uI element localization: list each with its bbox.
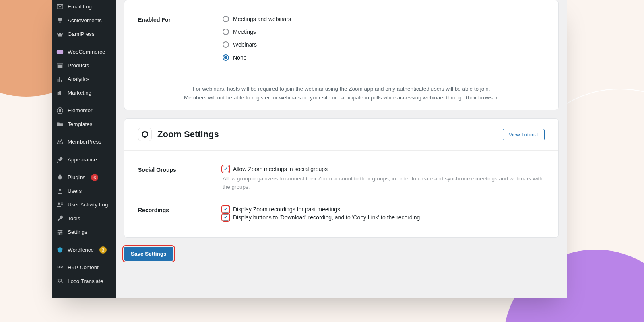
plug-icon xyxy=(56,174,64,181)
h5p-icon: H·P xyxy=(56,264,64,271)
elementor-icon xyxy=(56,107,64,114)
svg-point-1 xyxy=(57,108,63,114)
sidebar-item-plugins[interactable]: Plugins 6 xyxy=(52,171,116,184)
translate-icon xyxy=(56,278,64,285)
radio-meetings[interactable]: Meetings xyxy=(223,29,545,35)
zoom-settings-title: Zoom Settings xyxy=(157,129,219,140)
webinar-note: For webinars, hosts will be required to … xyxy=(124,76,558,110)
sidebar-item-h5p[interactable]: H·P H5P Content xyxy=(52,261,116,275)
sidebar-label: Analytics xyxy=(68,76,89,83)
sidebar-label: Marketing xyxy=(68,89,91,97)
enabled-for-label: Enabled For xyxy=(138,16,211,23)
radio-webinars[interactable]: Webinars xyxy=(223,41,545,48)
folder-icon xyxy=(56,121,64,128)
enabled-for-card: Enabled For Meetings and webinars Meetin… xyxy=(124,0,559,110)
svg-rect-0 xyxy=(57,50,63,54)
sidebar-label: MemberPress xyxy=(68,138,101,146)
sidebar-label: WooCommerce xyxy=(68,48,105,56)
svg-point-4 xyxy=(58,230,60,231)
radio-none[interactable]: None xyxy=(223,54,545,61)
app-window: Email Log Achievements GamiPress WooComm… xyxy=(52,0,567,298)
sidebar-item-templates[interactable]: Templates xyxy=(52,118,116,131)
megaphone-icon xyxy=(56,89,64,97)
sidebar-label: Email Log xyxy=(68,3,92,10)
brush-icon xyxy=(56,156,64,163)
log-icon xyxy=(56,201,64,208)
crown-icon xyxy=(56,31,64,38)
save-settings-button[interactable]: Save Settings xyxy=(124,247,173,261)
sidebar-item-gamipress[interactable]: GamiPress xyxy=(52,27,116,41)
social-groups-description: Allow group organizers to connect their … xyxy=(223,175,545,192)
trophy-icon xyxy=(56,17,64,24)
sidebar-label: GamiPress xyxy=(68,31,95,38)
sidebar-item-settings[interactable]: Settings xyxy=(52,225,116,239)
bar-chart-icon xyxy=(56,76,64,83)
memberpress-icon xyxy=(56,138,64,146)
sidebar-item-achievements[interactable]: Achievements xyxy=(52,14,116,27)
svg-point-3 xyxy=(58,203,60,205)
buddyboss-logo-icon xyxy=(138,128,152,141)
admin-sidebar: Email Log Achievements GamiPress WooComm… xyxy=(52,0,116,298)
sidebar-label: Elementor xyxy=(68,107,93,114)
sidebar-item-marketing[interactable]: Marketing xyxy=(52,86,116,100)
sidebar-label: Templates xyxy=(68,121,93,128)
sidebar-item-products[interactable]: Products xyxy=(52,59,116,72)
wordfence-badge: 3 xyxy=(99,246,107,254)
svg-point-2 xyxy=(59,189,61,191)
checkbox-allow-zoom-social-groups[interactable] xyxy=(223,166,229,172)
checkbox-label: Display buttons to 'Download' recording,… xyxy=(233,214,420,221)
content-area: Enabled For Meetings and webinars Meetin… xyxy=(116,0,567,298)
social-groups-label: Social Groups xyxy=(138,166,211,173)
shield-icon xyxy=(56,246,64,254)
sidebar-item-tools[interactable]: Tools xyxy=(52,212,116,225)
checkbox-display-recordings[interactable] xyxy=(223,206,229,213)
sidebar-item-woocommerce[interactable]: WooCommerce xyxy=(52,45,116,59)
sidebar-item-email-log[interactable]: Email Log xyxy=(52,0,116,14)
sidebar-label: Loco Translate xyxy=(68,278,103,285)
sidebar-item-memberpress[interactable]: MemberPress xyxy=(52,135,116,149)
sidebar-label: Appearance xyxy=(68,156,97,163)
enabled-for-options: Meetings and webinars Meetings Webinars … xyxy=(223,16,545,61)
checkbox-label: Allow Zoom meetings in social groups xyxy=(233,166,328,172)
sidebar-item-appearance[interactable]: Appearance xyxy=(52,153,116,167)
sidebar-label: Settings xyxy=(68,229,87,236)
svg-point-6 xyxy=(59,233,60,235)
view-tutorial-button[interactable]: View Tutorial xyxy=(503,129,545,140)
radio-meetings-and-webinars[interactable]: Meetings and webinars xyxy=(223,16,545,22)
checkbox-display-download-copy-buttons[interactable] xyxy=(223,214,229,221)
sidebar-item-loco[interactable]: Loco Translate xyxy=(52,275,116,288)
email-icon xyxy=(56,3,64,10)
plugins-badge: 6 xyxy=(91,174,98,181)
woocommerce-icon xyxy=(56,48,64,56)
sidebar-label: Wordfence xyxy=(68,246,94,254)
sidebar-item-elementor[interactable]: Elementor xyxy=(52,104,116,118)
sidebar-label: H5P Content xyxy=(68,264,99,271)
sidebar-label: User Activity Log xyxy=(68,201,108,208)
sidebar-label: Achievements xyxy=(68,17,102,24)
archive-icon xyxy=(56,62,64,69)
wrench-icon xyxy=(56,215,64,222)
recordings-label: Recordings xyxy=(138,206,211,213)
user-icon xyxy=(56,188,64,195)
sidebar-item-user-activity-log[interactable]: User Activity Log xyxy=(52,198,116,212)
checkbox-label: Display Zoom recordings for past meeting… xyxy=(233,206,340,213)
svg-point-5 xyxy=(60,231,62,233)
sliders-icon xyxy=(56,229,64,236)
sidebar-item-analytics[interactable]: Analytics xyxy=(52,72,116,86)
sidebar-label: Users xyxy=(68,188,82,195)
sidebar-label: Plugins xyxy=(68,174,85,181)
sidebar-label: Tools xyxy=(68,215,80,222)
sidebar-item-wordfence[interactable]: Wordfence 3 xyxy=(52,243,116,257)
sidebar-item-users[interactable]: Users xyxy=(52,184,116,198)
zoom-settings-card: Zoom Settings View Tutorial Social Group… xyxy=(124,118,559,238)
sidebar-label: Products xyxy=(68,62,89,69)
